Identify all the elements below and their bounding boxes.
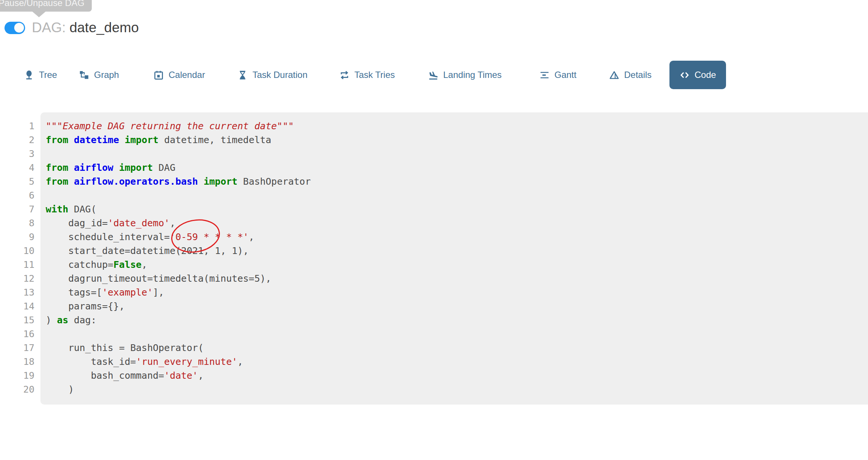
dag-header: DAG:date_demo — [4, 19, 139, 36]
tab-landing-times[interactable]: Landing Times — [428, 70, 502, 80]
code-line: from datetime import datetime, timedelta — [46, 133, 311, 147]
line-number: 8 — [0, 216, 34, 230]
line-number: 17 — [0, 341, 34, 355]
code-line: with DAG( — [46, 202, 311, 216]
hourglass-icon — [238, 70, 248, 80]
repeat-icon — [339, 70, 350, 80]
code-line — [46, 147, 311, 161]
line-number: 4 — [0, 161, 34, 175]
line-number: 6 — [0, 188, 34, 202]
graph-icon — [79, 70, 89, 80]
tab-code[interactable]: Code — [669, 61, 726, 89]
dag-name: date_demo — [69, 20, 139, 35]
tree-icon — [24, 70, 34, 80]
page-title: DAG:date_demo — [32, 19, 139, 36]
tab-label: Gantt — [554, 70, 577, 80]
line-number: 18 — [0, 355, 34, 369]
line-number: 1 — [0, 119, 34, 133]
line-number: 2 — [0, 133, 34, 147]
code-line — [46, 188, 311, 202]
line-number-gutter: 1234567891011121314151617181920 — [0, 119, 34, 396]
source-code: """Example DAG returning the current dat… — [46, 119, 311, 396]
pause-unpause-toggle[interactable] — [4, 22, 25, 34]
tab-label: Task Duration — [252, 70, 308, 80]
line-number: 13 — [0, 285, 34, 299]
code-line: from airflow import DAG — [46, 161, 311, 175]
code-line: dag_id='date_demo', — [46, 216, 311, 230]
line-number: 5 — [0, 175, 34, 188]
tooltip-arrow — [31, 11, 46, 17]
calendar-icon — [154, 70, 164, 80]
code-line: schedule_interval='0-59 * * * *', — [46, 230, 311, 244]
line-number: 15 — [0, 313, 34, 327]
code-line: params={}, — [46, 299, 311, 313]
tab-details[interactable]: Details — [609, 70, 651, 80]
line-number: 16 — [0, 327, 34, 341]
tab-label: Tree — [39, 70, 57, 80]
code-line — [46, 327, 311, 341]
code-line: bash_command='date', — [46, 369, 311, 382]
line-number: 7 — [0, 202, 34, 216]
line-number: 10 — [0, 244, 34, 258]
dag-label: DAG: — [32, 20, 66, 35]
tab-label: Code — [695, 70, 716, 80]
tab-calendar[interactable]: Calendar — [154, 70, 205, 80]
code-line: ) — [46, 382, 311, 396]
airflow-dag-code-page: Pause/Unpause DAG DAG:date_demo TreeGrap… — [0, 0, 868, 460]
tab-tree[interactable]: Tree — [24, 70, 57, 80]
tab-label: Graph — [94, 70, 119, 80]
tab-label: Calendar — [169, 70, 205, 80]
code-line: run_this = BashOperator( — [46, 341, 311, 355]
code-brackets-icon — [680, 70, 690, 80]
line-number: 3 — [0, 147, 34, 161]
pause-tooltip: Pause/Unpause DAG — [0, 0, 92, 12]
code-line: start_date=datetime(2021, 1, 1), — [46, 244, 311, 258]
tab-label: Task Tries — [354, 70, 395, 80]
code-line: catchup=False, — [46, 258, 311, 272]
line-number: 9 — [0, 230, 34, 244]
code-line: task_id='run_every_minute', — [46, 355, 311, 369]
code-line: """Example DAG returning the current dat… — [46, 119, 311, 133]
line-number: 19 — [0, 369, 34, 382]
tab-task-duration[interactable]: Task Duration — [238, 70, 308, 80]
line-number: 20 — [0, 382, 34, 396]
tab-graph[interactable]: Graph — [79, 70, 119, 80]
line-number: 14 — [0, 299, 34, 313]
gantt-bars-icon — [539, 70, 550, 80]
line-number: 12 — [0, 272, 34, 285]
tab-label: Landing Times — [443, 70, 502, 80]
toggle-knob — [14, 23, 24, 33]
tab-label: Details — [624, 70, 651, 80]
tab-gantt[interactable]: Gantt — [539, 70, 577, 80]
code-line: from airflow.operators.bash import BashO… — [46, 175, 311, 188]
triangle-icon — [609, 70, 619, 80]
plane-landing-icon — [428, 70, 438, 80]
tab-task-tries[interactable]: Task Tries — [339, 70, 395, 80]
code-line: tags=['example'], — [46, 285, 311, 299]
code-line: dagrun_timeout=timedelta(minutes=5), — [46, 272, 311, 285]
code-line: ) as dag: — [46, 313, 311, 327]
line-number: 11 — [0, 258, 34, 272]
